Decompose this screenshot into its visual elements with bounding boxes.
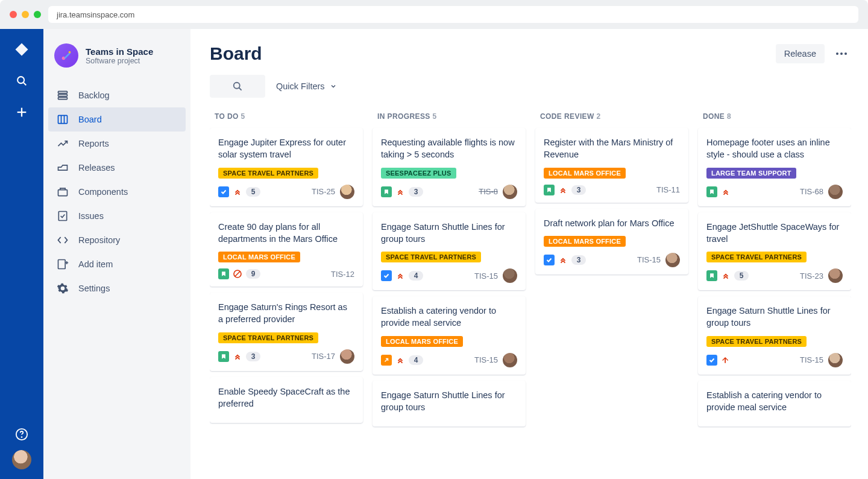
highest-priority-icon xyxy=(395,271,405,281)
sidebar-item-board[interactable]: Board xyxy=(48,107,186,132)
more-menu-icon[interactable] xyxy=(832,44,851,63)
issue-key: TIS-68 xyxy=(800,187,823,196)
column-count: 2 xyxy=(596,112,600,121)
card-title: Establish a catering vendor to provide m… xyxy=(706,389,843,414)
issue-card[interactable]: Engage Saturn's Rings Resort as a prefer… xyxy=(210,293,363,371)
releases-icon xyxy=(57,162,69,174)
sidebar-item-releases[interactable]: Releases xyxy=(48,156,186,180)
sidebar-item-label: Reports xyxy=(78,139,109,148)
card-meta xyxy=(706,355,731,366)
card-meta xyxy=(706,186,731,197)
story-points-badge: 4 xyxy=(409,271,423,281)
card-title: Requesting available flights is now taki… xyxy=(381,136,517,161)
issue-card[interactable]: Engage Saturn Shuttle Lines for group to… xyxy=(373,212,526,291)
issue-card[interactable]: Register with the Mars Ministry of Reven… xyxy=(535,128,688,203)
release-button[interactable]: Release xyxy=(776,44,825,63)
issue-card[interactable]: Enable Speedy SpaceCraft as the preferre… xyxy=(210,377,363,423)
board-icon xyxy=(57,113,69,125)
project-header[interactable]: Teams in Space Software project xyxy=(48,43,186,83)
issue-key: TIS-8 xyxy=(479,187,498,196)
svg-point-5 xyxy=(22,437,22,437)
card-meta: 3 xyxy=(544,255,586,265)
assignee-avatar xyxy=(503,353,517,367)
assignee-avatar xyxy=(828,185,843,199)
story-type-icon xyxy=(218,268,229,279)
blocker-priority-icon xyxy=(233,269,242,279)
card-meta: 4 xyxy=(381,270,423,281)
sidebar-item-backlog[interactable]: Backlog xyxy=(48,83,186,107)
story-points-badge: 5 xyxy=(246,187,260,197)
sidebar-item-label: Repository xyxy=(78,235,120,245)
issue-card[interactable]: Homepage footer uses an inline style - s… xyxy=(698,128,851,206)
story-points-badge: 3 xyxy=(409,187,423,197)
sidebar-item-components[interactable]: Components xyxy=(48,180,186,204)
page-title: Board xyxy=(210,43,262,64)
issue-card[interactable]: Engage Saturn Shuttle Lines for group to… xyxy=(373,381,526,427)
issues-icon xyxy=(57,210,69,222)
card-meta: 5 xyxy=(218,186,260,197)
sidebar-item-label: Backlog xyxy=(78,90,110,100)
issue-card[interactable]: Engage Saturn Shuttle Lines for group to… xyxy=(698,296,851,375)
task-type-icon xyxy=(381,270,392,281)
epic-tag: SPACE TRAVEL PARTNERS xyxy=(381,252,481,262)
issue-card[interactable]: Draft network plan for Mars OfficeLOCAL … xyxy=(535,209,688,274)
card-meta: 3 xyxy=(218,351,260,362)
column-title: TO DO xyxy=(215,112,239,121)
epic-tag: LARGE TEAM SUPPORT xyxy=(706,168,796,179)
sidebar-item-add-item[interactable]: Add item xyxy=(48,252,186,276)
card-title: Engage Saturn Shuttle Lines for group to… xyxy=(381,389,517,414)
column-todo: TO DO 5Engage Jupiter Express for outer … xyxy=(210,110,363,479)
issue-card[interactable]: Requesting available flights is now taki… xyxy=(373,128,526,206)
url-bar[interactable]: jira.teamsinspace.com xyxy=(48,6,858,23)
assignee-avatar xyxy=(340,349,354,364)
epic-tag: LOCAL MARS OFFICE xyxy=(544,236,626,247)
svg-point-19 xyxy=(836,52,838,55)
user-avatar[interactable] xyxy=(12,450,31,469)
epic-tag: SPACE TRAVEL PARTNERS xyxy=(706,252,807,262)
help-icon[interactable] xyxy=(14,427,29,442)
sidebar-item-reports[interactable]: Reports xyxy=(48,132,186,156)
assignee-avatar xyxy=(828,268,843,283)
issue-card[interactable]: Create 90 day plans for all departments … xyxy=(210,212,363,287)
highest-priority-icon xyxy=(558,255,568,265)
highest-priority-icon xyxy=(558,185,568,195)
browser-chrome: jira.teamsinspace.com xyxy=(0,0,868,29)
chevron-down-icon xyxy=(330,83,337,90)
issue-card[interactable]: Establish a catering vendor to provide m… xyxy=(373,296,526,375)
quick-filters-label: Quick Filters xyxy=(276,81,325,91)
card-meta: 3 xyxy=(381,186,423,197)
sidebar-item-issues[interactable]: Issues xyxy=(48,204,186,228)
column-done: DONE 8Homepage footer uses an inline sty… xyxy=(698,110,851,479)
issue-card[interactable]: Establish a catering vendor to provide m… xyxy=(698,381,851,427)
search-icon[interactable] xyxy=(14,74,29,88)
epic-tag: SEESPACEEZ PLUS xyxy=(381,168,456,179)
column-header: CODE REVIEW 2 xyxy=(535,110,688,128)
card-title: Create 90 day plans for all departments … xyxy=(218,221,354,246)
maximize-window-button[interactable] xyxy=(34,11,41,18)
column-header: DONE 8 xyxy=(698,110,851,128)
sidebar-item-settings[interactable]: Settings xyxy=(48,276,186,300)
components-icon xyxy=(57,186,69,198)
project-name: Teams in Space xyxy=(86,46,153,57)
column-title: IN PROGRESS xyxy=(377,112,430,121)
jira-logo-icon[interactable] xyxy=(14,42,29,57)
board-search-input[interactable] xyxy=(210,75,265,98)
issue-card[interactable]: Engage Jupiter Express for outer solar s… xyxy=(210,128,363,206)
svg-point-7 xyxy=(69,51,71,54)
sidebar-item-label: Add item xyxy=(78,259,113,269)
minimize-window-button[interactable] xyxy=(22,11,29,18)
quick-filters-dropdown[interactable]: Quick Filters xyxy=(276,81,337,91)
highest-priority-icon xyxy=(233,352,242,361)
sidebar-item-label: Components xyxy=(78,187,128,197)
card-title: Draft network plan for Mars Office xyxy=(544,217,680,229)
sidebar-item-label: Board xyxy=(78,115,102,124)
assignee-avatar xyxy=(665,253,680,267)
issue-card[interactable]: Engage JetShuttle SpaceWays for travelSP… xyxy=(698,212,851,291)
epic-tag: LOCAL MARS OFFICE xyxy=(544,168,626,179)
create-icon[interactable] xyxy=(14,105,29,119)
task-type-icon xyxy=(544,255,555,265)
sidebar-item-repository[interactable]: Repository xyxy=(48,228,186,252)
svg-line-1 xyxy=(24,83,27,86)
card-title: Engage Saturn Shuttle Lines for group to… xyxy=(381,221,517,246)
close-window-button[interactable] xyxy=(10,11,17,18)
